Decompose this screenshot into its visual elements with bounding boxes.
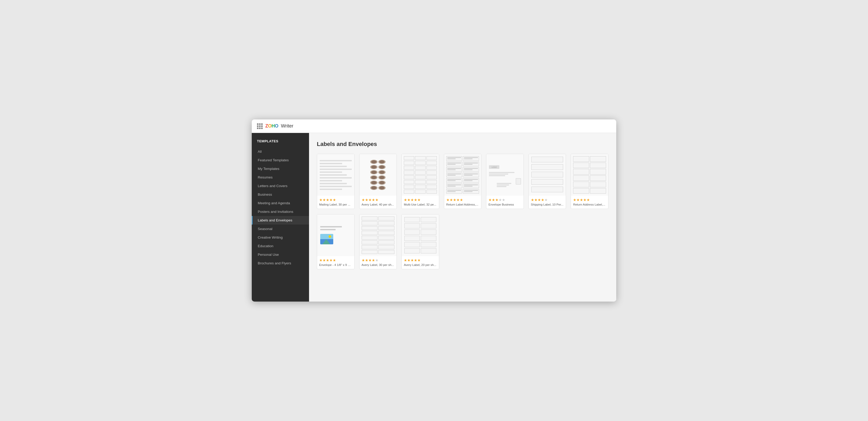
template-thumb bbox=[402, 154, 439, 196]
template-name: Shipping Label, 10 Per... bbox=[531, 203, 564, 206]
template-info: ★★★★★ Avery Label, 40 per sh... bbox=[360, 196, 397, 209]
avery20-thumb bbox=[402, 215, 439, 256]
zoho-logo: ZOHO bbox=[265, 123, 278, 129]
templates-grid-row2: ★★★★★ Envelope - 4 1/8" x 9 1/... bbox=[317, 214, 609, 269]
mailing-thumb bbox=[317, 157, 354, 193]
empty-slot bbox=[444, 214, 482, 269]
template-thumb bbox=[402, 215, 439, 256]
template-name: Return Label Address,... bbox=[446, 203, 479, 206]
empty-slot bbox=[486, 214, 524, 269]
star-rating: ★★★★★ bbox=[362, 198, 395, 202]
body: TEMPLATES All Featured Templates My Temp… bbox=[252, 133, 616, 301]
template-thumb bbox=[360, 215, 397, 256]
template-name: Avery Label, 40 per sh... bbox=[362, 203, 395, 206]
sidebar-item-posters[interactable]: Posters and Invitations bbox=[252, 207, 309, 216]
star-rating: ★★★★★ bbox=[319, 198, 352, 202]
template-name: Envelope - 4 1/8" x 9 1/... bbox=[319, 263, 352, 266]
star-rating: ★★★★★ bbox=[404, 198, 437, 202]
template-thumb: LOGO bbox=[486, 154, 524, 196]
template-name: Return Address Label,... bbox=[573, 203, 606, 206]
template-info: ★★★★★ Mailing Label, 30 per ... bbox=[317, 196, 354, 209]
template-info: ★★★★★ Shipping Label, 10 Per... bbox=[529, 196, 566, 209]
sidebar-item-all[interactable]: All bbox=[252, 147, 309, 156]
template-thumb bbox=[317, 215, 354, 256]
template-thumb bbox=[444, 154, 482, 196]
return-addr-thumb bbox=[571, 154, 608, 196]
template-card-return-addr[interactable]: ★★★★★ Return Address Label,... bbox=[571, 154, 609, 209]
template-name: Avery Label, 30 per sh... bbox=[362, 263, 395, 266]
sidebar-item-creative[interactable]: Creative Writing bbox=[252, 233, 309, 242]
shipping-thumb bbox=[529, 154, 566, 196]
template-card-mailing-label[interactable]: ★★★★★ Mailing Label, 30 per ... bbox=[317, 154, 354, 209]
star-rating: ★★★★★ bbox=[319, 258, 352, 262]
template-name: Avery Label, 20 per sh... bbox=[404, 263, 437, 266]
template-name: Multi-Use Label, 32 pe... bbox=[404, 203, 437, 206]
template-thumb bbox=[571, 154, 608, 196]
star-rating: ★★★★★ bbox=[531, 198, 564, 202]
return-thumb bbox=[444, 154, 482, 196]
sidebar-item-education[interactable]: Education bbox=[252, 242, 309, 250]
sidebar-item-featured[interactable]: Featured Templates bbox=[252, 156, 309, 164]
sidebar-item-meeting[interactable]: Meeting and Agenda bbox=[252, 199, 309, 207]
template-info: ★★★★★ Multi-Use Label, 32 pe... bbox=[402, 196, 439, 209]
app-window: ZOHO Writer TEMPLATES All Featured Templ… bbox=[252, 120, 616, 301]
template-thumb bbox=[317, 154, 354, 196]
template-info: ★★★★★ Envelope Business bbox=[486, 196, 524, 209]
template-card-avery20[interactable]: ★★★★★ Avery Label, 20 per sh... bbox=[401, 214, 439, 269]
template-card-multi-label[interactable]: ★★★★★ Multi-Use Label, 32 pe... bbox=[401, 154, 439, 209]
sidebar-item-letters[interactable]: Letters and Covers bbox=[252, 182, 309, 190]
envelope-logo: LOGO bbox=[489, 165, 499, 169]
app-title: Writer bbox=[281, 123, 293, 129]
template-thumb bbox=[529, 154, 566, 196]
template-card-avery30[interactable]: ★★★★★ Avery Label, 30 per sh... bbox=[359, 214, 397, 269]
avery40-thumb bbox=[369, 158, 387, 192]
envelope-address bbox=[489, 172, 521, 176]
envelope-thumb: LOGO bbox=[486, 163, 524, 187]
template-info: ★★★★★ Avery Label, 30 per sh... bbox=[360, 256, 397, 269]
template-card-return-label[interactable]: ★★★★★ Return Label Address,... bbox=[444, 154, 482, 209]
sidebar-item-brochures[interactable]: Brochures and Flyers bbox=[252, 259, 309, 267]
template-info: ★★★★★ Return Address Label,... bbox=[571, 196, 608, 209]
template-name: Mailing Label, 30 per ... bbox=[319, 203, 352, 206]
sidebar: TEMPLATES All Featured Templates My Temp… bbox=[252, 133, 309, 301]
sidebar-item-my-templates[interactable]: My Templates bbox=[252, 164, 309, 173]
star-rating: ★★★★★ bbox=[488, 198, 522, 202]
envelope4-image bbox=[320, 234, 333, 244]
sidebar-item-business[interactable]: Business bbox=[252, 190, 309, 199]
header: ZOHO Writer bbox=[252, 120, 616, 133]
empty-slot bbox=[528, 214, 566, 269]
main-content: Labels and Envelopes bbox=[309, 133, 616, 301]
template-card-avery40[interactable]: ★★★★★ Avery Label, 40 per sh... bbox=[359, 154, 397, 209]
template-info: ★★★★★ Envelope - 4 1/8" x 9 1/... bbox=[317, 256, 354, 269]
template-card-envelope4[interactable]: ★★★★★ Envelope - 4 1/8" x 9 1/... bbox=[317, 214, 354, 269]
sidebar-item-personal[interactable]: Personal Use bbox=[252, 250, 309, 259]
templates-grid-row1: ★★★★★ Mailing Label, 30 per ... bbox=[317, 154, 609, 209]
template-thumb bbox=[360, 154, 397, 196]
template-card-shipping-label[interactable]: ★★★★★ Shipping Label, 10 Per... bbox=[528, 154, 566, 209]
page-title: Labels and Envelopes bbox=[317, 141, 609, 148]
sidebar-item-resumes[interactable]: Resumes bbox=[252, 173, 309, 182]
star-rating: ★★★★★ bbox=[446, 198, 479, 202]
empty-slot bbox=[571, 214, 609, 269]
sidebar-item-seasonal[interactable]: Seasonal bbox=[252, 225, 309, 233]
sidebar-item-labels[interactable]: Labels and Envelopes bbox=[252, 216, 309, 225]
sidebar-heading: TEMPLATES bbox=[252, 139, 309, 147]
multi-thumb bbox=[402, 154, 439, 196]
template-name: Envelope Business bbox=[488, 203, 522, 206]
grid-icon[interactable] bbox=[257, 123, 263, 129]
envelope4-thumb bbox=[317, 223, 354, 248]
template-card-envelope-biz[interactable]: LOGO bbox=[486, 154, 524, 209]
template-info: ★★★★★ Avery Label, 20 per sh... bbox=[402, 256, 439, 269]
star-rating: ★★★★★ bbox=[404, 258, 437, 262]
star-rating: ★★★★★ bbox=[362, 258, 395, 262]
envelope-stamp bbox=[516, 178, 521, 185]
template-info: ★★★★★ Return Label Address,... bbox=[444, 196, 482, 209]
avery30-thumb bbox=[360, 215, 397, 256]
star-rating: ★★★★★ bbox=[573, 198, 606, 202]
